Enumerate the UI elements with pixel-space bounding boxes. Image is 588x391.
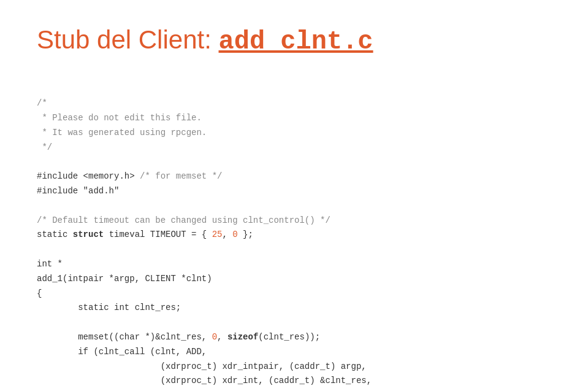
title-prefix: Stub del Client: [37, 25, 219, 54]
page-title: Stub del Client: add_clnt.c [37, 25, 551, 57]
code-line-1: /* * Please do not edit this file. * It … [37, 98, 372, 391]
code-block: /* * Please do not edit this file. * It … [37, 82, 551, 391]
title-code: add_clnt.c [219, 27, 373, 56]
